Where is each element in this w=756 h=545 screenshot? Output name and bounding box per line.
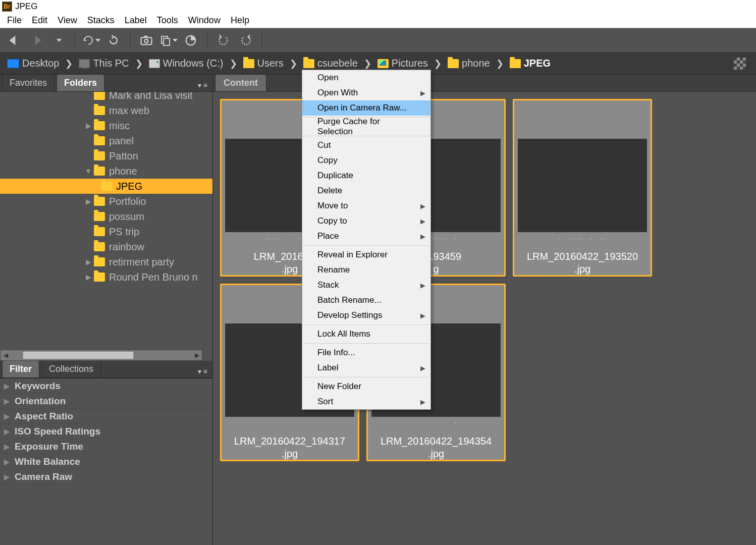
context-item-open-with[interactable]: Open With▶ [302,85,430,100]
folder-item[interactable]: Mark and Lisa visit [0,92,212,103]
expand-icon[interactable]: ▶ [4,473,10,481]
expand-icon[interactable]: ▶ [4,382,10,390]
boomerang-button[interactable] [82,31,100,49]
rotate-left-button[interactable] [214,31,233,49]
tab-folders[interactable]: Folders [57,74,104,91]
context-item-cut[interactable]: Cut [302,138,430,153]
context-item-delete[interactable]: Delete [302,183,430,198]
forward-button[interactable] [27,31,45,49]
context-item-open-in-camera-raw[interactable]: Open in Camera Raw... [302,100,430,116]
expand-icon[interactable]: ▶ [85,273,92,281]
context-item-copy[interactable]: Copy [302,153,430,168]
back-button[interactable] [5,31,23,49]
filter-exposure-time[interactable]: ▶Exposure Time [0,439,212,454]
folder-item[interactable]: panel [0,133,212,148]
context-item-file-info[interactable]: File Info... [302,345,430,360]
filter-white-balance[interactable]: ▶White Balance [0,454,212,469]
tab-favorites[interactable]: Favorites [2,74,55,91]
menu-help[interactable]: Help [226,13,254,28]
rating-dots[interactable]: · · · · · [266,419,313,428]
context-item-reveal-in-explorer[interactable]: Reveal in Explorer [302,247,430,262]
crumb-this-pc[interactable]: This PC [76,58,132,69]
context-item-move-to[interactable]: Move to▶ [302,198,430,213]
menu-stacks[interactable]: Stacks [82,13,120,28]
context-item-develop-settings[interactable]: Develop Settings▶ [302,308,430,323]
crumb-drive[interactable]: Windows (C:) [146,58,227,69]
panel-menu-icon[interactable]: ▾ ≡ [193,79,212,91]
folder-item[interactable]: possum [0,209,212,224]
context-item-purge-cache-for-selection[interactable]: Purge Cache for Selection [302,119,430,134]
folder-item-selected[interactable]: JPEG [0,179,212,194]
context-item-open[interactable]: Open [302,70,430,85]
chevron-right-icon[interactable]: ❯ [132,58,146,69]
chevron-right-icon[interactable]: ❯ [62,58,76,69]
folder-item[interactable]: ▶retirment party [0,254,212,269]
recent-dropdown[interactable] [49,31,68,49]
folder-item[interactable]: ▶misc [0,118,212,133]
context-item-duplicate[interactable]: Duplicate [302,168,430,183]
folder-item[interactable]: ▼phone [0,164,212,179]
menu-file[interactable]: File [2,13,27,28]
context-item-label[interactable]: Label▶ [302,360,430,375]
context-item-rename[interactable]: Rename [302,262,430,278]
expand-icon[interactable]: ▶ [85,197,92,205]
horizontal-scrollbar[interactable]: ◀ ▶ [0,350,202,361]
expand-icon[interactable]: ▶ [4,458,10,466]
expand-icon[interactable]: ▶ [85,258,92,266]
collapse-icon[interactable]: ▼ [85,167,92,175]
chevron-right-icon[interactable]: ❯ [361,58,374,69]
panel-menu-icon[interactable]: ▾ ≡ [193,365,212,377]
refine-button[interactable] [182,31,200,49]
expand-icon[interactable]: ▶ [4,443,10,451]
crumb-phone[interactable]: phone [445,58,493,69]
output-button[interactable] [159,31,178,49]
filter-aspect-ratio[interactable]: ▶Aspect Ratio [0,409,212,424]
menu-view[interactable]: View [52,13,82,28]
chevron-right-icon[interactable]: ❯ [493,58,507,69]
folder-item[interactable]: ▶Portfolio [0,194,212,209]
expand-icon[interactable]: ▶ [4,397,10,405]
expand-icon[interactable]: ▶ [4,427,10,435]
folder-item[interactable]: Patton [0,148,212,164]
context-item-sort[interactable]: Sort▶ [302,394,430,409]
rotate-right-button[interactable] [237,31,255,49]
crumb-csuebele[interactable]: csuebele [300,58,361,69]
context-item-stack[interactable]: Stack▶ [302,278,430,293]
filter-keywords[interactable]: ▶Keywords [0,378,212,394]
folder-item[interactable]: max web [0,103,212,118]
chevron-right-icon[interactable]: ❯ [227,58,240,69]
context-item-copy-to[interactable]: Copy to▶ [302,213,430,229]
menu-edit[interactable]: Edit [27,13,52,28]
filter-camera-raw[interactable]: ▶Camera Raw [0,469,212,484]
camera-import-button[interactable] [137,31,155,49]
rating-dots[interactable]: · · · · · [559,234,606,243]
tab-collections[interactable]: Collections [41,360,101,377]
rotate-ccw-button[interactable] [104,31,123,49]
context-item-place[interactable]: Place▶ [302,229,430,244]
chevron-right-icon[interactable]: ❯ [287,58,300,69]
context-item-lock-all-items[interactable]: Lock All Items [302,326,430,342]
scroll-left-icon[interactable]: ◀ [1,352,11,359]
folder-item[interactable]: rainbow [0,239,212,254]
filter-orientation[interactable]: ▶Orientation [0,394,212,409]
folder-item[interactable]: PS trip [0,224,212,239]
tab-content[interactable]: Content [215,74,266,91]
menu-tools[interactable]: Tools [152,13,183,28]
rating-dots[interactable]: · · · · · [412,419,460,428]
chevron-right-icon[interactable]: ❯ [431,58,445,69]
filter-iso[interactable]: ▶ISO Speed Ratings [0,424,212,439]
thumbnail[interactable]: · · · · · LRM_20160422_193520 .jpg [513,99,652,277]
crumb-desktop[interactable]: Desktop [4,58,62,69]
context-item-new-folder[interactable]: New Folder [302,379,430,394]
crumb-jpeg[interactable]: JPEG [507,58,554,69]
crumb-pictures[interactable]: Pictures [374,58,431,69]
expand-icon[interactable]: ▶ [4,412,10,420]
expand-icon[interactable]: ▶ [85,122,92,130]
tab-filter[interactable]: Filter [2,360,39,377]
scroll-right-icon[interactable]: ▶ [192,352,202,359]
scroll-thumb[interactable] [23,351,134,359]
menu-window[interactable]: Window [183,13,226,28]
transparency-icon[interactable] [734,58,746,70]
folder-item[interactable]: ▶Round Pen Bruno n [0,269,212,285]
context-item-batch-rename[interactable]: Batch Rename... [302,293,430,308]
